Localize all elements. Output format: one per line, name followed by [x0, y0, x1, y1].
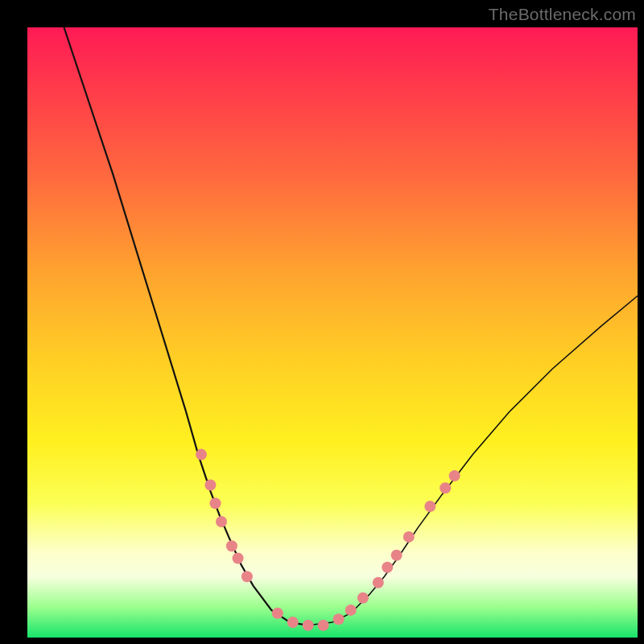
outer-frame: TheBottleneck.com [0, 0, 644, 644]
marker-dot [357, 592, 369, 604]
marker-dot [373, 577, 384, 588]
marker-dot [287, 617, 299, 628]
marker-dot [382, 562, 393, 573]
plot-area [27, 27, 638, 638]
watermark-text: TheBottleneck.com [489, 5, 636, 24]
marker-dot [303, 620, 314, 631]
marker-dot [440, 482, 451, 493]
marker-dot [210, 497, 221, 509]
marker-dot [216, 516, 227, 527]
marker-dot [424, 501, 436, 512]
marker-dot [318, 620, 329, 631]
marker-dot [242, 571, 253, 582]
marker-dot [403, 531, 415, 543]
marker-dot [333, 613, 345, 625]
marker-group [196, 449, 460, 631]
curve-layer [27, 27, 638, 638]
marker-dot [204, 480, 216, 491]
marker-dot [226, 540, 237, 551]
marker-dot [345, 605, 357, 616]
marker-dot [196, 449, 207, 460]
marker-dot [449, 470, 460, 481]
right-branch-path [308, 296, 638, 625]
left-branch-path [64, 27, 308, 625]
marker-dot [391, 550, 402, 561]
marker-dot [272, 608, 283, 619]
marker-dot [233, 553, 244, 564]
